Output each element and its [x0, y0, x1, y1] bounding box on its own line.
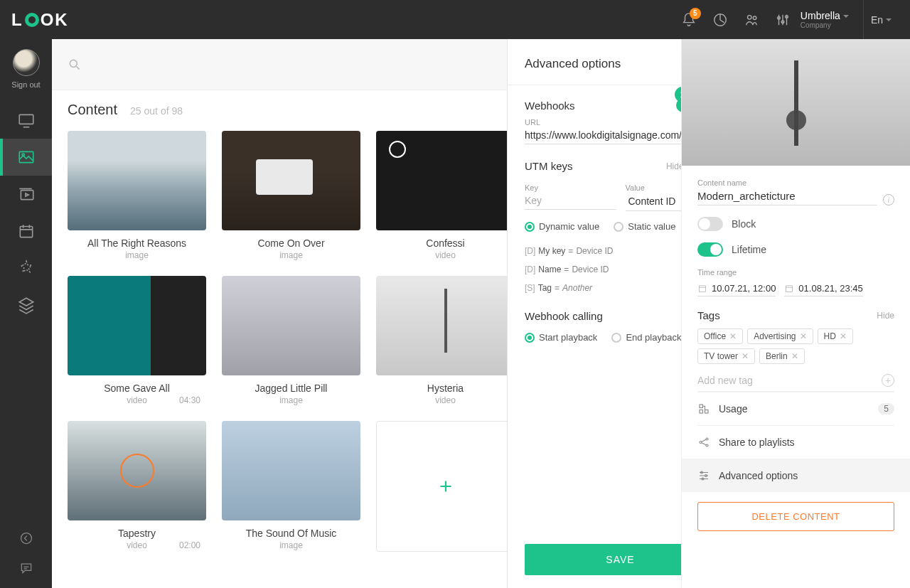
date-to-input[interactable]: 01.08.21, 23:45 — [784, 281, 862, 296]
chevron-down-icon — [843, 15, 849, 18]
utm-entry: [S] Tag = Another — [525, 279, 681, 297]
utm-label: UTM keys — [525, 160, 573, 172]
sidebar: Sign out — [0, 39, 52, 588]
svg-point-12 — [70, 60, 77, 67]
usage-row[interactable]: Usage 5 — [697, 392, 894, 425]
nav-chat[interactable] — [19, 561, 33, 578]
nav-schedule[interactable] — [0, 213, 52, 250]
content-card[interactable]: Confessivideo — [376, 131, 515, 260]
value-select[interactable]: Content ID — [626, 192, 682, 211]
key-input[interactable] — [525, 192, 616, 210]
utm-entry: [D] My key = Device ID — [525, 242, 681, 260]
svg-point-20 — [706, 444, 708, 447]
info-icon[interactable]: i — [883, 194, 894, 205]
content-area: Content 25 out of 98 All The Right Reaso… — [52, 39, 681, 588]
analytics-icon[interactable] — [712, 12, 728, 28]
topbar: LOK 5 Umbrella Company En — [0, 0, 910, 39]
svg-point-19 — [706, 438, 708, 440]
content-card[interactable]: Tapestryvideo02:00 — [68, 421, 206, 552]
radio-start[interactable]: Start playback — [525, 332, 597, 343]
logo-dot-icon — [25, 13, 39, 27]
add-tag-input[interactable] — [697, 375, 882, 386]
tag-chip[interactable]: HD✕ — [818, 328, 853, 344]
tag-chip[interactable]: TV tower✕ — [697, 348, 755, 364]
svg-rect-10 — [20, 227, 32, 237]
remove-tag-icon[interactable]: ✕ — [742, 351, 749, 361]
svg-point-11 — [21, 533, 31, 544]
hide-tags-link[interactable]: Hide — [877, 311, 894, 321]
advanced-options-panel: Advanced options ✕ 1 Webhooks URL 2 UTM … — [507, 39, 681, 588]
svg-rect-14 — [786, 285, 793, 292]
content-name-input[interactable] — [697, 187, 877, 205]
add-content-button[interactable] — [376, 421, 515, 552]
hide-link[interactable]: Hide — [666, 161, 681, 171]
content-preview — [682, 39, 910, 166]
details-panel: Content name i Block Lifetime Time range… — [681, 39, 910, 588]
svg-point-1 — [747, 15, 751, 18]
save-button[interactable]: SAVE — [525, 544, 681, 575]
signout-link[interactable]: Sign out — [11, 80, 40, 89]
page-title: Content — [68, 102, 117, 118]
calling-label: Webhook calling — [525, 310, 681, 322]
nav-apps[interactable] — [0, 250, 52, 287]
modal-title: Advanced options — [525, 57, 621, 71]
tag-chip[interactable]: Office✕ — [697, 328, 743, 344]
share-row[interactable]: Share to playlists — [697, 425, 894, 459]
content-card[interactable]: Some Gave Allvideo04:30 — [68, 276, 206, 405]
svg-rect-13 — [699, 285, 705, 292]
svg-point-2 — [753, 16, 756, 19]
svg-rect-9 — [21, 191, 33, 200]
settings-icon[interactable] — [775, 12, 791, 28]
svg-point-18 — [700, 442, 702, 444]
svg-rect-17 — [700, 410, 703, 414]
logo[interactable]: LOK — [11, 10, 69, 30]
tag-chip[interactable]: Berlin✕ — [759, 348, 805, 364]
svg-rect-15 — [700, 405, 703, 408]
company-selector[interactable]: Umbrella Company — [801, 10, 849, 29]
webhooks-label: Webhooks — [525, 100, 575, 112]
remove-tag-icon[interactable]: ✕ — [840, 331, 847, 341]
notifications-icon[interactable]: 5 — [681, 12, 697, 28]
nav-screens[interactable] — [0, 102, 52, 139]
radio-dynamic[interactable]: Dynamic value — [525, 221, 599, 232]
remove-tag-icon[interactable]: ✕ — [791, 351, 798, 361]
avatar[interactable] — [13, 49, 40, 76]
tag-list: Office✕ Advertising✕ HD✕ TV tower✕ Berli… — [697, 328, 894, 364]
chevron-down-icon — [886, 18, 892, 21]
radio-end[interactable]: End playback — [611, 332, 681, 343]
remove-tag-icon[interactable]: ✕ — [729, 331, 737, 341]
search-icon — [68, 58, 82, 72]
content-card[interactable]: The Sound Of Musicimage — [222, 421, 360, 552]
content-count: 25 out of 98 — [130, 105, 183, 117]
content-card[interactable]: All The Right Reasonsimage — [68, 131, 206, 260]
notification-badge: 5 — [690, 8, 701, 19]
utm-entry: [D] Name = Device ID✕ — [525, 260, 681, 279]
lifetime-toggle[interactable] — [697, 242, 723, 257]
date-from-input[interactable]: 10.07.21, 12:00 — [697, 281, 776, 296]
nav-collapse[interactable] — [19, 531, 33, 548]
content-card[interactable]: Hysteriavideo — [376, 276, 515, 405]
nav-content[interactable] — [0, 139, 52, 176]
content-card[interactable]: Come On Overimage — [222, 131, 360, 260]
svg-rect-6 — [19, 114, 33, 124]
radio-static[interactable]: Static value — [614, 221, 675, 232]
delete-button[interactable]: DELETE CONTENT — [697, 502, 894, 531]
add-tag-button[interactable]: + — [882, 374, 894, 387]
content-card[interactable]: Jagged Little Pillimage — [222, 276, 360, 405]
block-toggle[interactable] — [697, 217, 723, 231]
nav-layers[interactable] — [0, 287, 52, 324]
usage-count: 5 — [878, 403, 894, 415]
users-icon[interactable] — [744, 12, 759, 28]
language-selector[interactable]: En — [863, 0, 899, 39]
url-input[interactable] — [525, 127, 681, 144]
advanced-options-row[interactable]: Advanced options — [682, 459, 910, 492]
nav-playlists[interactable] — [0, 176, 52, 213]
svg-rect-16 — [705, 410, 709, 414]
tag-chip[interactable]: Advertising✕ — [747, 328, 813, 344]
url-label: URL — [525, 118, 681, 127]
remove-tag-icon[interactable]: ✕ — [800, 331, 807, 341]
